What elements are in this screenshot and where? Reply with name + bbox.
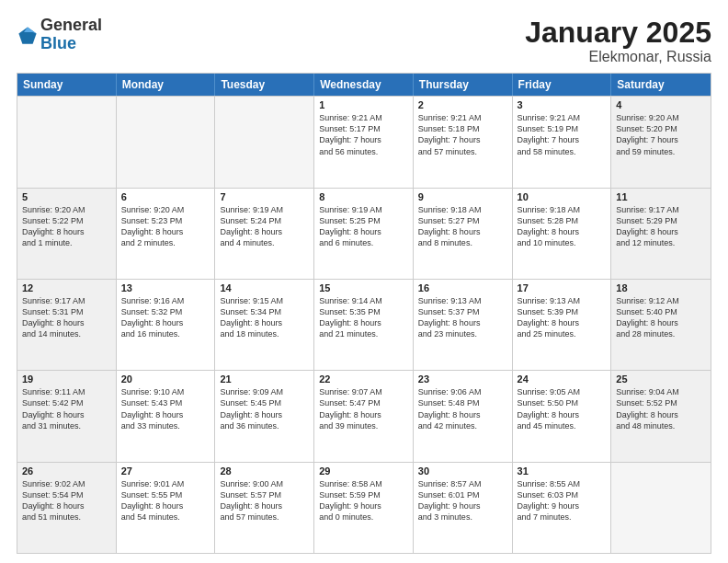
calendar-cell: 27Sunrise: 9:01 AM Sunset: 5:55 PM Dayli… xyxy=(117,463,216,553)
logo-icon xyxy=(17,25,39,47)
day-info: Sunrise: 9:01 AM Sunset: 5:55 PM Dayligh… xyxy=(121,478,210,523)
calendar-cell xyxy=(17,97,117,187)
calendar-cell: 2Sunrise: 9:21 AM Sunset: 5:18 PM Daylig… xyxy=(414,97,513,187)
day-info: Sunrise: 9:17 AM Sunset: 5:29 PM Dayligh… xyxy=(616,204,706,249)
logo-blue: Blue xyxy=(40,35,102,53)
day-number: 27 xyxy=(121,465,210,477)
day-info: Sunrise: 9:18 AM Sunset: 5:27 PM Dayligh… xyxy=(418,204,507,249)
weekday-header: Saturday xyxy=(611,74,711,96)
day-info: Sunrise: 9:04 AM Sunset: 5:52 PM Dayligh… xyxy=(616,386,706,431)
calendar-cell: 12Sunrise: 9:17 AM Sunset: 5:31 PM Dayli… xyxy=(17,280,117,370)
calendar-cell: 30Sunrise: 8:57 AM Sunset: 6:01 PM Dayli… xyxy=(414,463,513,553)
day-number: 7 xyxy=(220,191,309,202)
calendar-cell: 20Sunrise: 9:10 AM Sunset: 5:43 PM Dayli… xyxy=(117,371,216,461)
weekday-header: Friday xyxy=(513,74,612,96)
day-info: Sunrise: 9:20 AM Sunset: 5:20 PM Dayligh… xyxy=(616,112,706,157)
day-info: Sunrise: 9:16 AM Sunset: 5:32 PM Dayligh… xyxy=(121,295,210,340)
weekday-header: Tuesday xyxy=(215,74,314,96)
day-number: 3 xyxy=(518,99,607,110)
day-info: Sunrise: 8:55 AM Sunset: 6:03 PM Dayligh… xyxy=(518,478,607,523)
calendar-row: 1Sunrise: 9:21 AM Sunset: 5:17 PM Daylig… xyxy=(17,96,711,187)
day-info: Sunrise: 9:21 AM Sunset: 5:18 PM Dayligh… xyxy=(418,112,507,157)
day-number: 4 xyxy=(616,99,706,110)
day-number: 24 xyxy=(518,373,607,385)
calendar-cell: 5Sunrise: 9:20 AM Sunset: 5:22 PM Daylig… xyxy=(17,189,117,279)
day-info: Sunrise: 9:09 AM Sunset: 5:45 PM Dayligh… xyxy=(220,386,309,431)
day-info: Sunrise: 9:02 AM Sunset: 5:54 PM Dayligh… xyxy=(22,478,111,523)
calendar-cell: 25Sunrise: 9:04 AM Sunset: 5:52 PM Dayli… xyxy=(611,371,711,461)
day-info: Sunrise: 9:20 AM Sunset: 5:23 PM Dayligh… xyxy=(121,204,210,249)
calendar-row: 19Sunrise: 9:11 AM Sunset: 5:42 PM Dayli… xyxy=(17,370,711,461)
calendar-header: SundayMondayTuesdayWednesdayThursdayFrid… xyxy=(17,74,711,96)
day-number: 25 xyxy=(616,373,706,385)
day-info: Sunrise: 9:18 AM Sunset: 5:28 PM Dayligh… xyxy=(518,204,607,249)
day-info: Sunrise: 9:06 AM Sunset: 5:48 PM Dayligh… xyxy=(418,386,507,431)
calendar-cell: 15Sunrise: 9:14 AM Sunset: 5:35 PM Dayli… xyxy=(314,280,414,370)
calendar-cell: 14Sunrise: 9:15 AM Sunset: 5:34 PM Dayli… xyxy=(215,280,314,370)
day-number: 6 xyxy=(121,191,210,202)
day-info: Sunrise: 9:17 AM Sunset: 5:31 PM Dayligh… xyxy=(22,295,111,340)
day-info: Sunrise: 9:00 AM Sunset: 5:57 PM Dayligh… xyxy=(220,478,309,523)
day-number: 12 xyxy=(22,282,111,293)
calendar-cell: 18Sunrise: 9:12 AM Sunset: 5:40 PM Dayli… xyxy=(611,280,711,370)
calendar-cell: 8Sunrise: 9:19 AM Sunset: 5:25 PM Daylig… xyxy=(314,189,414,279)
calendar-cell: 9Sunrise: 9:18 AM Sunset: 5:27 PM Daylig… xyxy=(414,189,513,279)
day-info: Sunrise: 9:21 AM Sunset: 5:17 PM Dayligh… xyxy=(319,112,408,157)
day-number: 18 xyxy=(616,282,706,293)
calendar-cell: 6Sunrise: 9:20 AM Sunset: 5:23 PM Daylig… xyxy=(117,189,216,279)
day-number: 14 xyxy=(220,282,309,293)
day-info: Sunrise: 9:13 AM Sunset: 5:37 PM Dayligh… xyxy=(418,295,507,340)
day-number: 16 xyxy=(418,282,507,293)
calendar-cell xyxy=(611,463,711,553)
day-number: 10 xyxy=(518,191,607,202)
calendar-cell: 19Sunrise: 9:11 AM Sunset: 5:42 PM Dayli… xyxy=(17,371,117,461)
day-number: 28 xyxy=(220,465,309,477)
calendar-cell: 22Sunrise: 9:07 AM Sunset: 5:47 PM Dayli… xyxy=(314,371,414,461)
day-number: 17 xyxy=(518,282,607,293)
calendar-cell: 29Sunrise: 8:58 AM Sunset: 5:59 PM Dayli… xyxy=(314,463,414,553)
day-number: 21 xyxy=(220,373,309,385)
day-info: Sunrise: 9:20 AM Sunset: 5:22 PM Dayligh… xyxy=(22,204,111,249)
day-number: 13 xyxy=(121,282,210,293)
logo: General Blue xyxy=(17,17,102,53)
day-info: Sunrise: 8:57 AM Sunset: 6:01 PM Dayligh… xyxy=(418,478,507,523)
calendar-cell xyxy=(215,97,314,187)
day-info: Sunrise: 9:15 AM Sunset: 5:34 PM Dayligh… xyxy=(220,295,309,340)
day-number: 5 xyxy=(22,191,111,202)
calendar-row: 12Sunrise: 9:17 AM Sunset: 5:31 PM Dayli… xyxy=(17,279,711,370)
weekday-header: Monday xyxy=(117,74,216,96)
weekday-header: Sunday xyxy=(17,74,117,96)
calendar-cell: 31Sunrise: 8:55 AM Sunset: 6:03 PM Dayli… xyxy=(513,463,612,553)
logo-text: General Blue xyxy=(40,17,102,53)
day-number: 1 xyxy=(319,99,408,110)
day-info: Sunrise: 9:10 AM Sunset: 5:43 PM Dayligh… xyxy=(121,386,210,431)
day-number: 19 xyxy=(22,373,111,385)
page-title: January 2025 xyxy=(525,17,711,49)
day-info: Sunrise: 9:14 AM Sunset: 5:35 PM Dayligh… xyxy=(319,295,408,340)
calendar-cell: 28Sunrise: 9:00 AM Sunset: 5:57 PM Dayli… xyxy=(215,463,314,553)
day-info: Sunrise: 9:13 AM Sunset: 5:39 PM Dayligh… xyxy=(518,295,607,340)
calendar-cell xyxy=(117,97,216,187)
calendar: SundayMondayTuesdayWednesdayThursdayFrid… xyxy=(17,73,711,554)
calendar-cell: 1Sunrise: 9:21 AM Sunset: 5:17 PM Daylig… xyxy=(314,97,414,187)
day-number: 29 xyxy=(319,465,408,477)
day-number: 11 xyxy=(616,191,706,202)
page-subtitle: Elekmonar, Russia xyxy=(525,49,711,65)
calendar-cell: 21Sunrise: 9:09 AM Sunset: 5:45 PM Dayli… xyxy=(215,371,314,461)
day-number: 2 xyxy=(418,99,507,110)
day-number: 8 xyxy=(319,191,408,202)
day-info: Sunrise: 9:11 AM Sunset: 5:42 PM Dayligh… xyxy=(22,386,111,431)
day-number: 26 xyxy=(22,465,111,477)
day-number: 15 xyxy=(319,282,408,293)
day-info: Sunrise: 9:12 AM Sunset: 5:40 PM Dayligh… xyxy=(616,295,706,340)
day-info: Sunrise: 9:19 AM Sunset: 5:25 PM Dayligh… xyxy=(319,204,408,249)
day-info: Sunrise: 8:58 AM Sunset: 5:59 PM Dayligh… xyxy=(319,478,408,523)
calendar-cell: 24Sunrise: 9:05 AM Sunset: 5:50 PM Dayli… xyxy=(513,371,612,461)
calendar-row: 5Sunrise: 9:20 AM Sunset: 5:22 PM Daylig… xyxy=(17,188,711,279)
calendar-cell: 7Sunrise: 9:19 AM Sunset: 5:24 PM Daylig… xyxy=(215,189,314,279)
day-number: 9 xyxy=(418,191,507,202)
weekday-header: Thursday xyxy=(414,74,513,96)
calendar-row: 26Sunrise: 9:02 AM Sunset: 5:54 PM Dayli… xyxy=(17,462,711,553)
day-info: Sunrise: 9:07 AM Sunset: 5:47 PM Dayligh… xyxy=(319,386,408,431)
day-number: 31 xyxy=(518,465,607,477)
